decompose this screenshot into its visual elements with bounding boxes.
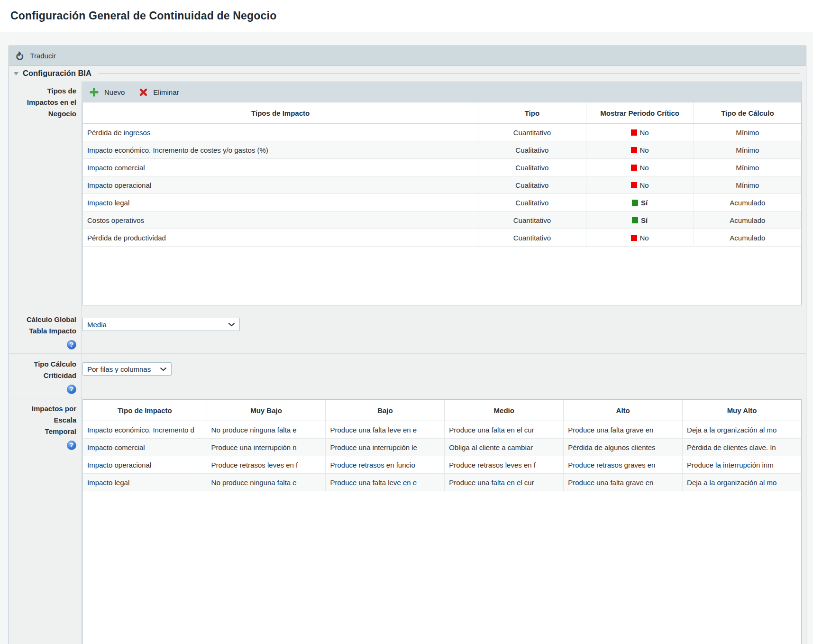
- status-square-red: [631, 235, 637, 241]
- cell: Obliga al cliente a cambiar: [444, 439, 563, 456]
- chevron-down-icon: [228, 322, 235, 327]
- column-header: Bajo: [325, 400, 444, 421]
- section-header-configuracion-bia[interactable]: Configuración BIA: [9, 66, 806, 81]
- impact-types-table-header: Tipos de Impacto Tipo Mostrar Periodo Cr…: [83, 102, 801, 124]
- table-row[interactable]: Pérdida de productividad Cuantitativo No…: [83, 229, 801, 247]
- table-row[interactable]: Impacto operacional Produce retrasos lev…: [83, 456, 801, 474]
- temporal-impacts-content: Tipo de Impacto Muy Bajo Bajo Medio Alto…: [81, 398, 806, 644]
- column-header: Medio: [444, 400, 563, 421]
- criticality-calc-content: Por filas y columnas: [81, 354, 806, 398]
- table-empty-area: [83, 491, 801, 644]
- question-mark-icon[interactable]: ?: [67, 441, 76, 450]
- cell-calculo: Mínimo: [694, 124, 801, 141]
- cell: Produce retrasos en funcio: [325, 456, 444, 473]
- cell: Produce una falta en el cur: [444, 474, 563, 491]
- cell-tipo: Cuantitativo: [478, 124, 585, 141]
- column-header: Muy Bajo: [207, 400, 326, 421]
- triangle-down-icon: [14, 72, 18, 75]
- cell-calculo: Mínimo: [694, 176, 801, 193]
- global-calc-label: Cálculo Global Tabla Impacto: [27, 315, 76, 335]
- temporal-impacts-label: Impactos por Escala Temporal: [32, 405, 76, 435]
- cell-tipo: Cualitativo: [478, 194, 585, 211]
- cell: Produce retrasos leves en f: [207, 456, 326, 473]
- cell-impact-name: Pérdida de productividad: [83, 229, 478, 246]
- delete-button-label: Eliminar: [153, 88, 179, 96]
- sync-arrows-icon: ⟳: [15, 51, 26, 60]
- cell-impact-name: Impacto comercial: [83, 159, 478, 176]
- title-bar: Configuración General de Continuidad de …: [0, 0, 813, 32]
- temporal-impacts-table: Tipo de Impacto Muy Bajo Bajo Medio Alto…: [82, 399, 802, 644]
- cell: Impacto económico. Incremento d: [83, 421, 207, 438]
- cell-calculo: Mínimo: [694, 141, 801, 158]
- impact-types-grid-toolbar: Nuevo Eliminar: [82, 82, 802, 102]
- criticality-calc-selected-value: Por filas y columnas: [87, 365, 151, 373]
- cell-periodo-critico: No: [586, 176, 694, 193]
- question-mark-icon[interactable]: ?: [67, 340, 76, 350]
- impact-types-label: Tipos de Impactos en el Negocio: [9, 81, 81, 309]
- cell-tipo: Cualitativo: [478, 159, 585, 176]
- cell-calculo: Acumulado: [694, 194, 801, 211]
- form-row-temporal-impacts: Impactos por Escala Temporal ? Tipo de I…: [9, 398, 806, 644]
- cell: Produce una falta leve en e: [325, 421, 444, 438]
- global-calc-selected-value: Media: [87, 321, 107, 329]
- cell-periodo-critico: No: [586, 124, 694, 141]
- cell: Deja a la organización al mo: [682, 474, 801, 491]
- criticality-calc-select[interactable]: Por filas y columnas: [82, 362, 172, 376]
- plus-icon: [89, 87, 99, 97]
- page-title: Configuración General de Continuidad de …: [10, 9, 276, 22]
- impact-types-content: Nuevo Eliminar Tipos de Impacto: [81, 81, 806, 309]
- question-mark-icon[interactable]: ?: [67, 385, 76, 394]
- table-row[interactable]: Pérdida de ingresos Cuantitativo No Míni…: [83, 124, 801, 141]
- cell-calculo: Acumulado: [694, 229, 801, 246]
- cell: Pérdida de algunos clientes: [563, 439, 682, 456]
- cell: Pérdida de clientes clave. In: [682, 439, 801, 456]
- global-calc-select[interactable]: Media: [82, 318, 240, 331]
- cell: Produce una interrupción le: [325, 439, 444, 456]
- cell: Produce una falta grave en: [563, 421, 682, 438]
- cell-impact-name: Pérdida de ingresos: [83, 124, 478, 141]
- cell-impact-name: Costos operativos: [83, 212, 478, 229]
- column-header: Tipo: [478, 102, 585, 123]
- cell-periodo-critico: Sí: [586, 212, 694, 229]
- cell-tipo: Cualitativo: [478, 176, 585, 193]
- form-row-impact-types: Tipos de Impactos en el Negocio Nuevo: [9, 81, 806, 309]
- status-square-green: [632, 200, 638, 206]
- x-cross-icon: [139, 88, 148, 97]
- cell: Produce una falta grave en: [563, 474, 682, 491]
- cell-tipo: Cuantitativo: [478, 212, 585, 229]
- table-row[interactable]: Impacto económico. Incremento de costes …: [83, 141, 801, 159]
- translate-button[interactable]: ⟳ Traducir: [9, 46, 806, 66]
- new-button-label: Nuevo: [104, 88, 125, 96]
- cell: Produce una interrupción n: [207, 439, 326, 456]
- cell-periodo-critico: Sí: [586, 194, 694, 211]
- cell: Impacto operacional: [83, 456, 207, 473]
- cell-periodo-critico: No: [586, 159, 694, 176]
- column-header: Muy Alto: [682, 400, 801, 421]
- cell: No produce ninguna falta e: [207, 421, 326, 438]
- cell: Produce retrasos leves en f: [444, 456, 563, 473]
- table-row[interactable]: Impacto operacional Cualitativo No Mínim…: [83, 176, 801, 194]
- column-header: Alto: [563, 400, 682, 421]
- status-square-red: [631, 147, 637, 153]
- table-row[interactable]: Impacto comercial Cualitativo No Mínimo: [83, 159, 801, 176]
- delete-button[interactable]: Eliminar: [139, 88, 179, 97]
- cell: Produce una falta en el cur: [444, 421, 563, 438]
- page-body: ⟳ Traducir Configuración BIA Tipos de Im…: [0, 32, 813, 644]
- bia-panel: ⟳ Traducir Configuración BIA Tipos de Im…: [9, 46, 806, 644]
- cell: No produce ninguna falta e: [207, 474, 326, 491]
- cell: Produce retrasos graves en: [563, 456, 682, 473]
- table-row[interactable]: Costos operativos Cuantitativo Sí Acumul…: [83, 212, 801, 229]
- status-square-green: [632, 217, 638, 223]
- new-button[interactable]: Nuevo: [89, 87, 125, 97]
- cell-impact-name: Impacto operacional: [83, 176, 478, 193]
- table-row[interactable]: Impacto legal Cualitativo Sí Acumulado: [83, 194, 801, 212]
- form-row-global-calc: Cálculo Global Tabla Impacto ? Media: [9, 309, 806, 353]
- table-row[interactable]: Impacto comercial Produce una interrupci…: [83, 439, 801, 456]
- cell-impact-name: Impacto económico. Incremento de costes …: [83, 141, 478, 158]
- table-row[interactable]: Impacto económico. Incremento d No produ…: [83, 421, 801, 439]
- criticality-calc-label: Tipo Cálculo Criticidad: [34, 360, 76, 379]
- status-square-red: [631, 165, 637, 171]
- table-row[interactable]: Impacto legal No produce ninguna falta e…: [83, 474, 801, 491]
- status-square-red: [631, 129, 637, 136]
- criticality-calc-label-block: Tipo Cálculo Criticidad ?: [9, 354, 81, 398]
